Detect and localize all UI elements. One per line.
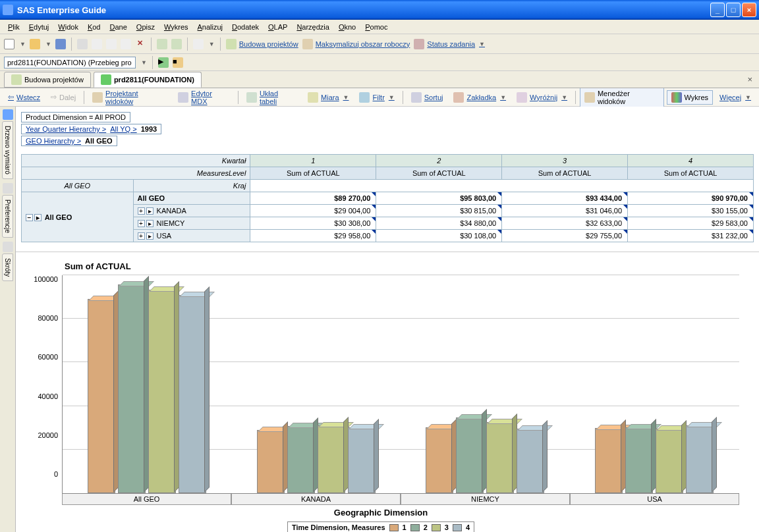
chart-bars xyxy=(62,275,739,494)
col-2[interactable]: 2 xyxy=(376,155,502,167)
row-usa[interactable]: +▸ USA xyxy=(133,230,250,242)
menu-dane[interactable]: Dane xyxy=(106,22,131,32)
zakladka-button[interactable]: Zakładka▼ xyxy=(449,91,510,104)
uklad-button[interactable]: Układ tabeli xyxy=(242,88,301,107)
vtab-icon[interactable] xyxy=(3,183,13,194)
bar[interactable] xyxy=(148,290,176,493)
manager-icon xyxy=(584,92,595,103)
maximize-button[interactable]: □ xyxy=(726,3,741,17)
bar[interactable] xyxy=(517,429,544,493)
row-kanada[interactable]: +▸ KANADA xyxy=(133,205,250,217)
drill-icon[interactable]: ▸ xyxy=(146,207,154,215)
zoom-icon[interactable] xyxy=(193,39,204,49)
col-1[interactable]: 1 xyxy=(250,155,376,167)
bar[interactable] xyxy=(318,425,345,493)
menu-kod[interactable]: Kod xyxy=(84,22,105,32)
x-axis-labels: All GEOKANADANIEMCYUSA xyxy=(62,494,739,505)
col-3[interactable]: 3 xyxy=(502,155,628,167)
wykres-button[interactable]: Wykres xyxy=(667,90,714,105)
tab-prd2811[interactable]: prd2811(FOUNDATION) xyxy=(94,72,202,88)
menu-plik[interactable]: Plik xyxy=(4,22,24,32)
row-niemcy[interactable]: +▸ NIEMCY xyxy=(133,217,250,230)
redo-icon[interactable] xyxy=(171,39,182,49)
open-icon[interactable] xyxy=(30,39,40,49)
crumb-product[interactable]: Product Dimension = All PROD xyxy=(21,112,130,122)
menu-widok[interactable]: Widok xyxy=(54,22,82,32)
mdx-button[interactable]: Edytor MDX xyxy=(174,88,234,107)
bar[interactable] xyxy=(88,299,115,493)
bar[interactable] xyxy=(625,427,653,493)
projektant-button[interactable]: Projektant widoków xyxy=(88,88,171,107)
menu-narzedzia[interactable]: Narzędzia xyxy=(293,22,333,32)
menu-pomoc[interactable]: Pomoc xyxy=(361,22,391,32)
wyroznij-button[interactable]: Wyróżnij▼ xyxy=(513,91,571,104)
menu-wykres[interactable]: Wykres xyxy=(160,22,192,32)
bar[interactable] xyxy=(426,427,453,493)
bar[interactable] xyxy=(348,427,376,493)
budowa-button[interactable]: Budowa projektów xyxy=(226,39,298,49)
bar[interactable] xyxy=(656,429,683,493)
tab-budowa[interactable]: Budowa projektów xyxy=(4,72,91,88)
save-icon[interactable] xyxy=(55,39,66,49)
crumb-year[interactable]: Year Quarter Hierarchy >All YQ >1993 xyxy=(21,124,161,134)
menu-dodatek[interactable]: Dodatek xyxy=(228,22,263,32)
filtr-button[interactable]: Filtr▼ xyxy=(355,91,398,104)
bar[interactable] xyxy=(118,284,146,493)
sortuj-button[interactable]: Sortuj xyxy=(407,91,447,104)
stop-icon[interactable]: ■ xyxy=(173,57,183,68)
window-title: SAS Enterprise Guide xyxy=(17,5,709,15)
collapse-icon[interactable]: − xyxy=(26,214,33,221)
location-input[interactable] xyxy=(4,57,136,68)
vtab-skroty[interactable]: Skróty xyxy=(2,253,13,281)
forward-button: ⇨ Dalej xyxy=(47,92,80,103)
bar[interactable] xyxy=(257,430,285,493)
crumb-geo[interactable]: GEO Hierarchy >All GEO xyxy=(21,136,117,146)
col-4[interactable]: 4 xyxy=(628,155,754,167)
expand-icon[interactable]: + xyxy=(138,207,145,215)
row-allgeo-group[interactable]: −▸ All GEO xyxy=(22,192,134,242)
legend-swatch xyxy=(410,524,420,531)
tab-close-icon[interactable]: × xyxy=(747,74,752,84)
expand-icon[interactable]: + xyxy=(138,232,145,240)
drill-icon[interactable]: ▸ xyxy=(146,232,154,240)
bar[interactable] xyxy=(287,426,315,493)
bar[interactable] xyxy=(686,425,714,493)
copy-icon[interactable] xyxy=(106,39,117,49)
vtab-preferencje[interactable]: Preferencje xyxy=(2,195,13,238)
chart-icon xyxy=(671,92,682,103)
minimize-button[interactable]: _ xyxy=(710,3,725,17)
drill-icon[interactable]: ▸ xyxy=(34,214,42,221)
menu-okno[interactable]: Okno xyxy=(335,22,360,32)
undo-icon[interactable] xyxy=(157,39,167,49)
bar[interactable] xyxy=(179,295,206,493)
title-bar: SAS Enterprise Guide _ □ × xyxy=(0,0,759,20)
print-icon[interactable] xyxy=(77,39,88,49)
wiecej-button[interactable]: Więcej▼ xyxy=(716,92,755,103)
chart-panel: Sum of ACTUAL 10000080000600004000020000… xyxy=(16,252,759,532)
menu-edytuj[interactable]: Edytuj xyxy=(25,22,53,32)
menu-analizuj[interactable]: Analizuj xyxy=(194,22,227,32)
bar[interactable] xyxy=(595,428,623,493)
maksymalizuj-button[interactable]: Maksymalizuj obszar roboczy xyxy=(302,39,410,49)
bar[interactable] xyxy=(456,417,484,493)
run-icon[interactable]: ▶ xyxy=(158,57,169,68)
miara-button[interactable]: Miara▼ xyxy=(304,91,352,104)
paste-icon[interactable] xyxy=(121,39,131,49)
drill-icon[interactable]: ▸ xyxy=(146,220,154,227)
vtab-icon[interactable] xyxy=(3,242,13,252)
bar[interactable] xyxy=(486,422,514,493)
vtab-icon[interactable] xyxy=(3,109,13,120)
measure-icon xyxy=(308,92,318,103)
expand-icon[interactable]: + xyxy=(138,220,145,227)
legend-swatch xyxy=(453,524,462,531)
vtab-drzewo[interactable]: Drzewo wymiaró xyxy=(2,121,13,179)
status-zadania-button[interactable]: Status zadania▼ xyxy=(414,39,485,49)
new-icon[interactable] xyxy=(4,39,14,49)
back-button[interactable]: ⇦ Wstecz xyxy=(4,92,44,103)
menedzer-button[interactable]: Menedżer widoków xyxy=(580,88,663,107)
close-button[interactable]: × xyxy=(742,3,756,17)
cut-icon[interactable] xyxy=(92,39,102,49)
delete-icon[interactable]: ✕ xyxy=(135,39,146,49)
menu-opisz[interactable]: Opisz xyxy=(132,22,159,32)
menu-olap[interactable]: OLAP xyxy=(264,22,291,32)
